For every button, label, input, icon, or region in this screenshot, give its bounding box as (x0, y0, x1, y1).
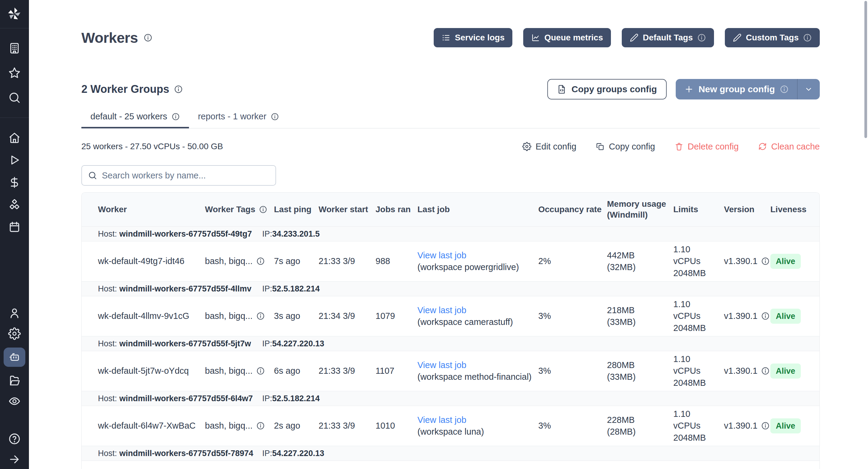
column-label: Jobs ran (375, 204, 411, 215)
worker-start: 21:33 3/9 (318, 255, 375, 267)
windmill-logo[interactable] (0, 0, 29, 28)
memory-usage: 228MB (607, 414, 669, 426)
host-name: windmill-workers-67757d55f-6l4w7 (119, 394, 253, 403)
host-row: Host:windmill-workers-67757d55f-6l4w7 IP… (82, 391, 819, 406)
worker-start: 21:33 3/9 (318, 365, 375, 377)
ip-label: IP: (262, 449, 272, 458)
copy-groups-config-button[interactable]: Copy groups config (547, 79, 666, 99)
info-icon[interactable] (174, 85, 183, 94)
column-header: Occupancy rate (538, 204, 607, 215)
host-row: Host:windmill-workers-67757d55f-5jt7w IP… (82, 336, 819, 351)
default-tags-button[interactable]: Default Tags (622, 28, 714, 47)
jobs-ran: 988 (375, 255, 417, 267)
memory-usage-cell: 228MB (28MB) (607, 414, 673, 438)
gear-icon (8, 327, 21, 340)
ip-value: 52.5.182.214 (272, 284, 320, 293)
clean-cache-button[interactable]: Clean cache (758, 142, 820, 152)
table-header-row: Worker Worker Tags Last ping Worker star… (82, 193, 819, 226)
last-ping: 6s ago (274, 365, 318, 377)
worker-tags-cell: bash, bigq... (205, 420, 274, 432)
new-group-config-dropdown[interactable] (798, 79, 820, 99)
sidebar-item-schedules[interactable] (4, 220, 25, 233)
action-label: Delete config (688, 142, 739, 152)
occupancy-rate: 2% (538, 255, 607, 267)
info-icon[interactable] (256, 367, 265, 375)
sidebar-item-resources[interactable] (4, 198, 25, 211)
delete-config-button[interactable]: Delete config (675, 142, 739, 152)
sidebar-item-settings[interactable] (4, 327, 25, 340)
liveness-cell: Alive (770, 254, 813, 269)
info-icon[interactable] (761, 312, 770, 320)
sidebar-item-home[interactable] (4, 131, 25, 145)
info-icon[interactable] (256, 421, 265, 430)
info-icon[interactable] (144, 33, 153, 42)
dollar-icon (8, 176, 21, 189)
sidebar-item-workers[interactable] (4, 347, 25, 367)
info-icon[interactable] (761, 421, 770, 430)
new-group-config-button[interactable]: New group config (676, 79, 797, 99)
column-header: Worker (98, 204, 205, 215)
sidebar-item-runs[interactable] (4, 153, 25, 167)
memory-usage-windmill: (32MB) (607, 261, 669, 273)
queue-metrics-button[interactable]: Queue metrics (523, 28, 611, 47)
service-logs-button[interactable]: Service logs (434, 28, 513, 47)
sidebar-item-help[interactable] (4, 432, 25, 445)
sidebar-item-users[interactable] (4, 307, 25, 320)
sidebar-item-search[interactable] (4, 91, 25, 104)
worker-name: wk-default-4llmv-9v1cG (98, 310, 205, 322)
column-label: Last job (417, 204, 450, 215)
tab-label: default - 25 workers (90, 112, 167, 122)
info-icon (172, 113, 180, 121)
worker-name: wk-default-5jt7w-oYdcq (98, 365, 205, 377)
info-icon (803, 33, 812, 42)
sidebar-item-folders[interactable] (4, 374, 25, 387)
version-cell: v1.390.1 (724, 420, 770, 432)
button-label: Queue metrics (544, 33, 603, 42)
custom-tags-button[interactable]: Custom Tags (725, 28, 820, 47)
column-label: Version (724, 204, 754, 215)
header-buttons: Service logs Queue metrics Default Tags … (434, 28, 820, 47)
info-icon[interactable] (761, 367, 770, 375)
liveness-badge: Alive (770, 309, 801, 324)
info-icon[interactable] (259, 205, 267, 214)
last-job-cell: View last job (workspace camerastuff) (417, 305, 538, 328)
search-workers-input[interactable] (82, 165, 276, 186)
sidebar-item-audit-logs[interactable] (4, 395, 25, 408)
view-last-job-link[interactable]: View last job (417, 414, 466, 426)
last-job-workspace: (workspace powergridlive) (417, 261, 533, 273)
sidebar-item-favorites[interactable] (4, 66, 25, 80)
view-last-job-link[interactable]: View last job (417, 250, 466, 261)
memory-usage: 442MB (607, 250, 669, 261)
sidebar-item-variables[interactable] (4, 176, 25, 189)
edit-config-button[interactable]: Edit config (522, 142, 576, 152)
column-header: Jobs ran (375, 204, 417, 215)
sidebar-item-workspace[interactable] (4, 41, 25, 55)
last-job-workspace: (workspace method-financial) (417, 371, 533, 383)
eye-icon (8, 395, 21, 408)
version-cell: v1.390.1 (724, 255, 770, 267)
arrow-right-icon (8, 453, 21, 466)
info-icon[interactable] (256, 257, 265, 265)
info-icon[interactable] (256, 312, 265, 320)
worker-tags-cell: bash, bigq... (205, 365, 274, 377)
tab-default[interactable]: default - 25 workers (82, 112, 189, 128)
tab-reports[interactable]: reports - 1 worker (189, 112, 288, 128)
scrollbar-thumb[interactable] (864, 1, 867, 138)
column-header: Worker Tags (205, 204, 274, 215)
copy-config-button[interactable]: Copy config (595, 142, 655, 152)
worker-tags-cell: bash, bigq... (205, 255, 274, 267)
host-name: windmill-workers-67757d55f-49tg7 (119, 229, 252, 239)
host-label: Host: (98, 339, 117, 348)
sidebar-admin-nav (4, 307, 25, 408)
memory-limit: 2048MB (673, 322, 719, 334)
memory-limit: 2048MB (673, 377, 719, 389)
info-icon[interactable] (761, 257, 770, 265)
worker-start: 21:34 3/9 (318, 310, 375, 322)
cpu-limit: 1.10 vCPUs (673, 299, 719, 322)
ip-label: IP: (262, 339, 272, 348)
home-icon (8, 131, 21, 144)
pencil-icon (733, 33, 742, 42)
view-last-job-link[interactable]: View last job (417, 305, 466, 316)
sidebar-collapse-toggle[interactable] (4, 453, 25, 466)
view-last-job-link[interactable]: View last job (417, 359, 466, 371)
